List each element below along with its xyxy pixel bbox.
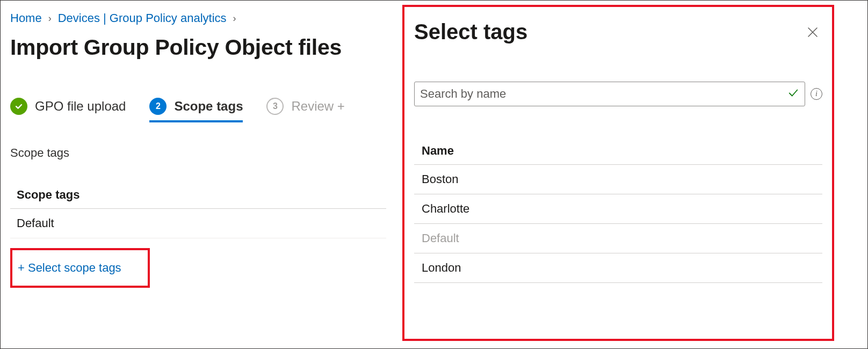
step-number-icon: 2 xyxy=(149,98,167,115)
table-header: Scope tags xyxy=(10,183,386,209)
list-item: Default xyxy=(414,224,822,253)
close-icon xyxy=(806,26,819,39)
tag-list: Name Boston Charlotte Default London xyxy=(414,139,822,283)
list-item[interactable]: Charlotte xyxy=(414,194,822,224)
blade-title: Select tags xyxy=(414,20,527,44)
select-scope-tags-highlight: + Select scope tags xyxy=(10,248,150,288)
list-item[interactable]: Boston xyxy=(414,165,822,194)
info-icon[interactable]: i xyxy=(811,88,822,100)
breadcrumb-home[interactable]: Home xyxy=(10,11,42,25)
breadcrumb: Home › Devices | Group Policy analytics … xyxy=(10,11,388,25)
select-tags-blade: Select tags i Name Boston Charlotte Defa… xyxy=(402,5,834,341)
step-label: Scope tags xyxy=(174,99,243,114)
select-scope-tags-link[interactable]: + Select scope tags xyxy=(12,253,148,282)
list-header: Name xyxy=(414,139,822,165)
search-input[interactable] xyxy=(420,87,787,101)
step-review[interactable]: 3 Review + xyxy=(266,98,344,120)
breadcrumb-devices[interactable]: Devices | Group Policy analytics xyxy=(58,11,227,25)
search-box[interactable] xyxy=(414,82,805,106)
step-label: Review + xyxy=(291,99,344,114)
table-row: Default xyxy=(10,209,386,238)
close-button[interactable] xyxy=(803,23,822,42)
section-label: Scope tags xyxy=(10,146,388,160)
chevron-right-icon: › xyxy=(233,13,236,24)
step-scope-tags[interactable]: 2 Scope tags xyxy=(149,98,243,120)
step-gpo-upload[interactable]: GPO file upload xyxy=(10,98,126,120)
main-panel: Home › Devices | Group Policy analytics … xyxy=(1,1,398,349)
scope-tags-table: Scope tags Default xyxy=(10,183,386,238)
list-item[interactable]: London xyxy=(414,253,822,283)
chevron-right-icon: › xyxy=(48,13,52,24)
checkmark-icon xyxy=(787,87,799,101)
page-title: Import Group Policy Object files xyxy=(10,35,388,60)
step-number-icon: 3 xyxy=(266,98,284,115)
wizard-steps: GPO file upload 2 Scope tags 3 Review + xyxy=(10,98,388,120)
step-label: GPO file upload xyxy=(35,99,126,114)
checkmark-icon xyxy=(10,98,27,115)
